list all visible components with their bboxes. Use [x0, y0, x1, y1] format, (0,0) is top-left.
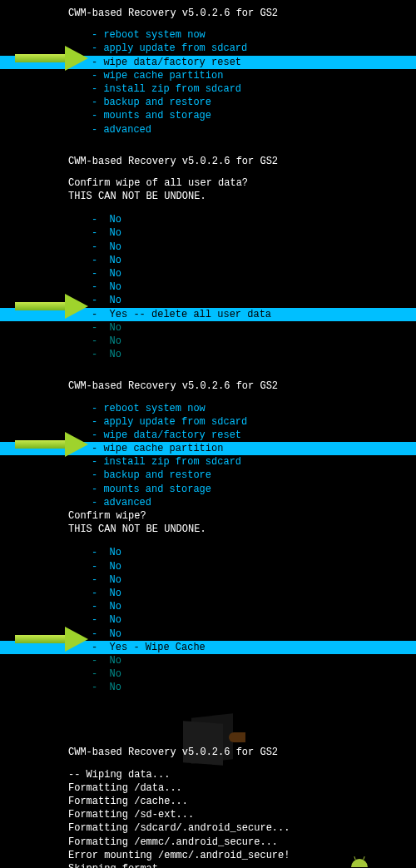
recovery-title: CWM-based Recovery v5.0.2.6 for GS2 — [68, 155, 416, 168]
confirm-warning: THIS CAN NOT BE UNDONE. — [68, 190, 416, 203]
confirm-no[interactable]: - No — [0, 241, 416, 254]
confirm-no[interactable]: - No — [0, 254, 416, 267]
log-line: Formatting /sdcard/.android_secure... — [68, 821, 416, 835]
menu-reboot-system[interactable]: - reboot system now — [0, 402, 416, 415]
menu-wipe-data-factory-reset[interactable]: - wipe data/factory reset — [0, 56, 416, 69]
confirm-no[interactable]: - No — [0, 226, 416, 240]
confirm-no[interactable]: - No — [0, 587, 416, 600]
confirm-no[interactable]: - No — [0, 573, 416, 587]
confirm-no[interactable]: - No — [0, 613, 416, 627]
confirm-no[interactable]: - No — [0, 213, 416, 226]
confirm-prompt: Confirm wipe? — [68, 509, 416, 523]
confirm-no[interactable]: - No — [0, 321, 416, 335]
menu-apply-update-sdcard[interactable]: - apply update from sdcard — [0, 42, 416, 55]
panel-wipe-data: CWM-based Recovery v5.0.2.6 for GS2 - re… — [0, 7, 416, 136]
confirm-yes-wipe-cache[interactable]: - Yes - Wipe Cache — [0, 641, 416, 654]
menu-mounts-storage[interactable]: - mounts and storage — [0, 109, 416, 122]
menu-install-zip-sdcard[interactable]: - install zip from sdcard — [0, 455, 416, 469]
confirm-no[interactable]: - No — [0, 294, 416, 307]
log-line: Formatting /data... — [68, 781, 416, 795]
menu-wipe-data-factory-reset[interactable]: - wipe data/factory reset — [0, 429, 416, 442]
confirm-no[interactable]: - No — [0, 546, 416, 559]
confirm-yes-delete-all-user-data[interactable]: - Yes -- delete all user data — [0, 308, 416, 321]
menu-advanced[interactable]: - advanced — [0, 496, 416, 509]
log-line: -- Wiping data... — [68, 768, 416, 781]
log-line: Formatting /emmc/.android_secure... — [68, 836, 416, 849]
menu-apply-update-sdcard[interactable]: - apply update from sdcard — [0, 415, 416, 429]
panel-wipe-cache: CWM-based Recovery v5.0.2.6 for GS2 - re… — [0, 379, 416, 694]
confirm-no[interactable]: - No — [0, 681, 416, 694]
confirm-no[interactable]: - No — [0, 280, 416, 294]
confirm-warning: THIS CAN NOT BE UNDONE. — [68, 523, 416, 536]
recovery-title: CWM-based Recovery v5.0.2.6 for GS2 — [68, 746, 416, 759]
menu-reboot-system[interactable]: - reboot system now — [0, 28, 416, 42]
log-line: Formatting /cache... — [68, 795, 416, 808]
menu-backup-restore[interactable]: - backup and restore — [0, 469, 416, 482]
menu-wipe-cache-partition[interactable]: - wipe cache partition — [0, 69, 416, 82]
panel-confirm-wipe-data: CWM-based Recovery v5.0.2.6 for GS2 Conf… — [0, 155, 416, 362]
menu-install-zip-sdcard[interactable]: - install zip from sdcard — [0, 82, 416, 96]
android-robot-icon — [349, 859, 370, 868]
confirm-no[interactable]: - No — [0, 627, 416, 641]
menu-mounts-storage[interactable]: - mounts and storage — [0, 483, 416, 496]
confirm-no[interactable]: - No — [0, 560, 416, 573]
confirm-no[interactable]: - No — [0, 267, 416, 280]
confirm-no[interactable]: - No — [0, 654, 416, 667]
recovery-title: CWM-based Recovery v5.0.2.6 for GS2 — [68, 7, 416, 20]
confirm-prompt: Confirm wipe of all user data? — [68, 176, 416, 190]
recovery-title: CWM-based Recovery v5.0.2.6 for GS2 — [68, 379, 416, 393]
log-line: Formatting /sd-ext... — [68, 808, 416, 821]
menu-advanced[interactable]: - advanced — [0, 123, 416, 136]
confirm-no[interactable]: - No — [0, 335, 416, 348]
confirm-no[interactable]: - No — [0, 667, 416, 681]
confirm-no[interactable]: - No — [0, 600, 416, 613]
panel-wipe-log: CWM-based Recovery v5.0.2.6 for GS2 -- W… — [0, 746, 416, 868]
menu-backup-restore[interactable]: - backup and restore — [0, 96, 416, 109]
menu-wipe-cache-partition[interactable]: - wipe cache partition — [0, 442, 416, 455]
confirm-no[interactable]: - No — [0, 348, 416, 361]
